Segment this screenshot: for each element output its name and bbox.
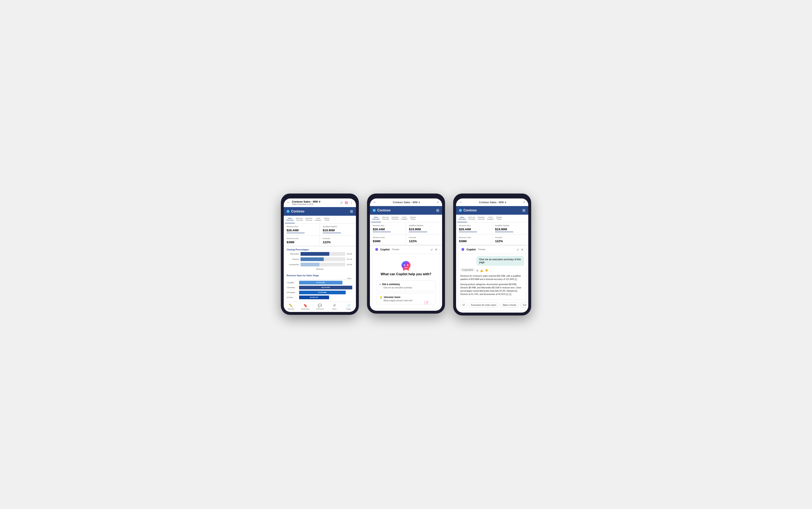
suggestion-subtitle: Give me an executive summary <box>379 286 433 289</box>
report-title: Contoso Sales - WW ∨ <box>464 201 521 204</box>
metric-value: $26.44M <box>373 228 403 231</box>
tab-winloss[interactable]: Win/Loss Overview <box>467 215 476 222</box>
contoso-logo: Contoso <box>373 208 391 212</box>
back-icon[interactable]: ← <box>373 200 377 204</box>
phone-2: ← Contoso Sales - WW ∨ ⤢ Contoso ⊞ Sales… <box>367 194 445 314</box>
metric-forecast: Forecast 122% <box>492 234 528 245</box>
tab-pipeline[interactable]: Pipeline Trends <box>409 215 417 222</box>
reference-badge-1[interactable]: 1 <box>514 278 517 281</box>
bar-pct: 42.0% <box>347 264 353 266</box>
refresh-button[interactable]: ↺ <box>460 302 467 308</box>
chat-area: Give me an executive summary of this pag… <box>458 254 526 300</box>
nav-comments[interactable]: 💬 Comments <box>313 304 327 310</box>
nav-tabs-3: Sales Overview Win/Loss Overview Industr… <box>456 215 528 223</box>
resize-icon[interactable]: ⤢ <box>340 201 343 205</box>
stage-label: 1-Qualify <box>287 281 298 284</box>
metric-label: Revenue Goal <box>287 237 317 239</box>
tab-industries[interactable]: Industries Overview <box>304 216 314 223</box>
action-shorter[interactable]: Make it shorter <box>500 303 519 308</box>
bar-track <box>301 258 345 261</box>
suggestion-uncover-more[interactable]: 💡 Uncover more What insights should I lo… <box>376 293 436 304</box>
copilot-center: What can Copilot help you with? ≡ Get a … <box>372 254 440 308</box>
thumbs-up-icon[interactable]: 👍 <box>480 269 483 272</box>
expand-icon[interactable]: ⤢ <box>437 201 439 204</box>
reference-badge-3[interactable]: 3 <box>509 293 511 296</box>
list-icon: ≡ <box>379 283 381 286</box>
nav-annotate[interactable]: ✏️ Annotate <box>284 304 298 310</box>
tab-trend[interactable]: Trend Analytics <box>486 215 495 222</box>
bar-pct: 64.3% <box>347 253 353 255</box>
tab-sales-overview[interactable]: Sales Overview <box>371 215 381 222</box>
layers-icon[interactable]: ⧉ <box>345 200 348 205</box>
more-icon[interactable]: ⋮ <box>350 201 353 205</box>
action-summarize[interactable]: Summarize the entire report <box>468 303 499 308</box>
tab-trend[interactable]: Trend Analytics <box>400 215 409 222</box>
closing-bar-chart: Warranties 64.3% Devices 51.7% Accessori… <box>284 252 356 273</box>
nav-bookmarks[interactable]: 🔖 Bookmarks <box>298 304 312 310</box>
nav-pages[interactable]: 📄 Pages <box>342 304 356 310</box>
tab-trend[interactable]: Trend Analytics <box>314 216 323 223</box>
tab-winloss[interactable]: Win/Loss Overview <box>295 216 304 223</box>
suggestion-title: 💡 Uncover more <box>379 296 433 299</box>
tab-industries[interactable]: Industries Overview <box>476 215 486 222</box>
nav-reset[interactable]: ↺ Reset <box>327 304 341 310</box>
copilot-preview-badge: Preview <box>392 248 399 250</box>
contoso-logo: Contoso <box>287 209 305 213</box>
metric-value: 122% <box>323 240 353 244</box>
phone-1-notch <box>314 196 326 199</box>
ai-response-p2: Among product categories, Accessories ge… <box>460 283 524 296</box>
nav-label: Bookmarks <box>302 308 310 310</box>
suggestion-get-summary[interactable]: ≡ Get a summary Give me an executive sum… <box>376 280 436 292</box>
cursor-hand-icon: ☞ <box>424 299 429 306</box>
metric-goal: Revenue Goal $38M <box>284 235 320 246</box>
metric-value: $26.44M <box>459 228 489 231</box>
metric-label: Revenue Goal <box>373 236 403 238</box>
expand-icon[interactable]: ⤢ <box>517 248 519 251</box>
bar-row-devices: Devices 51.7% <box>287 258 353 261</box>
stage-val: $4,465.27K <box>310 296 318 298</box>
tab-pipeline[interactable]: Pipeline Trends <box>323 216 331 223</box>
filter-icon[interactable]: ⊞ <box>350 209 353 214</box>
metric-revenue-won: Revenue Won $26.44M <box>370 223 406 234</box>
tab-industries[interactable]: Industries Overview <box>390 215 400 222</box>
contoso-dot <box>459 209 462 212</box>
tab-pipeline[interactable]: Pipeline Trends <box>495 215 503 222</box>
phone-1-header: ← Contoso Sales - WW ∨ Sales Overview (1… <box>284 199 356 207</box>
bar-row-accessories: Accessories 42.0% <box>287 263 353 266</box>
close-icon[interactable]: ✕ <box>521 248 524 251</box>
phone-3-header: ← Contoso Sales - WW ∨ ⤢ <box>456 199 528 206</box>
copilot-actions: ⤢ ✕ <box>430 248 437 251</box>
metric-goal: Revenue Goal $38M <box>456 234 492 245</box>
filter-icon[interactable]: ⊞ <box>436 208 439 213</box>
stacked-row-develop: 2-Develop $8,170.42K <box>287 286 353 290</box>
metric-value: $19.90M <box>495 228 525 231</box>
svg-point-1 <box>407 264 408 266</box>
action-more-details[interactable]: Include more details <box>520 303 526 308</box>
revenue-stage-title: Revenue Open by Sales Stage <box>284 273 356 277</box>
back-icon[interactable]: ← <box>287 201 290 205</box>
copy-icon[interactable]: ⧉ <box>476 269 478 272</box>
stage-label: 2-Develop <box>287 286 298 289</box>
copilot-title: Copilot <box>380 248 390 251</box>
contoso-bar-2: Contoso ⊞ <box>370 206 442 215</box>
stage-label: 3-Propose <box>287 292 298 294</box>
tab-winloss[interactable]: Win/Loss Overview <box>381 215 390 222</box>
metric-label: Forecast <box>323 237 353 239</box>
metric-goal: Revenue Goal $38M <box>370 234 406 245</box>
nav-label: Reset <box>332 308 337 310</box>
back-icon[interactable]: ← <box>459 200 463 204</box>
metric-value: $19.90M <box>409 228 439 231</box>
metric-revenue-won: Revenue Won $26.44M <box>456 223 492 234</box>
thumbs-down-icon[interactable]: 👎 <box>485 269 488 272</box>
stage-bar: $7,912.02K <box>299 281 343 284</box>
expand-icon[interactable]: ⤢ <box>430 248 433 251</box>
metric-forecast: Forecast 122% <box>406 234 442 245</box>
metric-qualified: Qualified Pipeline $19.90M <box>492 223 528 234</box>
reference-badge-2[interactable]: 2 <box>506 293 508 296</box>
expand-icon[interactable]: ⤢ <box>523 201 525 204</box>
filter-icon[interactable]: ⊞ <box>522 208 525 213</box>
tab-sales-overview[interactable]: Sales Overview <box>457 215 467 222</box>
copilot-question: What can Copilot help you with? <box>381 272 431 276</box>
close-icon[interactable]: ✕ <box>435 248 437 251</box>
tab-sales-overview[interactable]: Sales Overview <box>285 216 295 223</box>
